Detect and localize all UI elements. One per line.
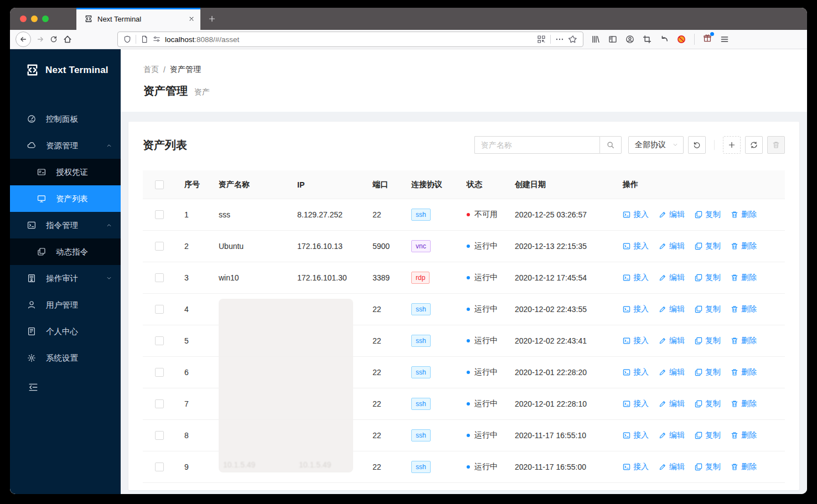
minimize-window-button[interactable] [31, 15, 38, 22]
connect-action[interactable]: 接入 [623, 367, 649, 377]
edit-action[interactable]: 编辑 [659, 304, 685, 314]
sidebar-item[interactable]: 资源管理 [10, 132, 121, 159]
tab-close-icon[interactable] [188, 15, 195, 22]
breadcrumb-home[interactable]: 首页 [143, 65, 159, 75]
delete-action[interactable]: 删除 [731, 241, 757, 251]
delete-action[interactable]: 删除 [731, 399, 757, 409]
browser-tab[interactable]: Next Terminal [76, 8, 200, 30]
shield-icon[interactable] [123, 35, 131, 43]
menu-hamburger-icon[interactable] [720, 35, 729, 44]
row-checkbox[interactable] [155, 305, 164, 314]
tab-bar: Next Terminal [10, 8, 807, 30]
edit-action[interactable]: 编辑 [659, 273, 685, 283]
sidebar-item[interactable]: 资产列表 [10, 185, 121, 212]
sidebar-item[interactable]: 控制面板 [10, 106, 121, 132]
batch-delete-button[interactable] [767, 136, 785, 154]
url-text[interactable]: localhost:8088/#/asset [165, 35, 532, 44]
copy-action[interactable]: 复制 [695, 430, 721, 440]
url-bar[interactable]: localhost:8088/#/asset [117, 32, 583, 47]
sidebar-item[interactable]: 用户管理 [10, 292, 121, 318]
row-checkbox[interactable] [155, 431, 164, 440]
sidebar-item[interactable]: 个人中心 [10, 318, 121, 345]
delete-action[interactable]: 删除 [731, 210, 757, 220]
refresh-button[interactable] [745, 136, 763, 154]
page-info-icon[interactable] [141, 35, 148, 43]
search-input[interactable] [474, 136, 599, 154]
library-icon[interactable] [591, 35, 600, 44]
qr-code-icon[interactable] [537, 35, 546, 44]
row-checkbox[interactable] [155, 368, 164, 377]
forward-button[interactable] [37, 35, 44, 43]
page-actions-icon[interactable] [555, 35, 564, 44]
reset-button[interactable] [688, 136, 706, 154]
actions-cell: 接入编辑复制删除 [614, 367, 785, 377]
edit-action[interactable]: 编辑 [659, 210, 685, 220]
search-box [474, 136, 622, 154]
copy-action[interactable]: 复制 [695, 241, 721, 251]
connect-action[interactable]: 接入 [623, 210, 649, 220]
edit-action[interactable]: 编辑 [659, 336, 685, 346]
delete-icon [731, 211, 738, 219]
copy-action[interactable]: 复制 [695, 462, 721, 472]
whats-new-button[interactable] [703, 34, 712, 45]
sidebar-collapse-button[interactable] [10, 382, 121, 394]
edit-action[interactable]: 编辑 [659, 399, 685, 409]
permissions-icon[interactable] [153, 35, 161, 43]
protocol-filter-select[interactable]: 全部协议 [628, 136, 684, 154]
row-checkbox[interactable] [155, 210, 164, 219]
copy-action[interactable]: 复制 [695, 210, 721, 220]
connect-action[interactable]: 接入 [623, 430, 649, 440]
edit-action[interactable]: 编辑 [659, 367, 685, 377]
row-checkbox[interactable] [155, 463, 164, 471]
sidebars-icon[interactable] [608, 35, 617, 44]
edit-action[interactable]: 编辑 [659, 430, 685, 440]
adblock-icon[interactable] [677, 35, 686, 44]
reload-button[interactable] [50, 35, 58, 43]
copy-action[interactable]: 复制 [695, 336, 721, 346]
delete-action[interactable]: 删除 [731, 336, 757, 346]
app-logo[interactable]: Next Terminal [10, 49, 121, 91]
copy-action[interactable]: 复制 [695, 273, 721, 283]
row-select-cell [143, 242, 175, 251]
delete-action[interactable]: 删除 [731, 430, 757, 440]
account-icon[interactable] [625, 35, 634, 44]
sidebar-item[interactable]: 操作审计 [10, 265, 121, 292]
home-button[interactable] [63, 35, 72, 44]
search-button[interactable] [599, 136, 622, 154]
edit-action[interactable]: 编辑 [659, 462, 685, 472]
row-checkbox[interactable] [155, 242, 164, 251]
connect-action[interactable]: 接入 [623, 273, 649, 283]
delete-action[interactable]: 删除 [731, 304, 757, 314]
row-checkbox[interactable] [155, 336, 164, 345]
maximize-window-button[interactable] [42, 15, 49, 22]
delete-action[interactable]: 删除 [731, 462, 757, 472]
sidebar-item[interactable]: 授权凭证 [10, 159, 121, 185]
row-checkbox[interactable] [155, 273, 164, 282]
row-checkbox[interactable] [155, 399, 164, 408]
connect-action[interactable]: 接入 [623, 336, 649, 346]
copy-action[interactable]: 复制 [695, 304, 721, 314]
copy-action[interactable]: 复制 [695, 367, 721, 377]
close-window-button[interactable] [20, 15, 27, 22]
delete-action[interactable]: 删除 [731, 367, 757, 377]
new-tab-button[interactable] [200, 8, 224, 30]
sidebar-item[interactable]: 指令管理 [10, 212, 121, 238]
connect-action[interactable]: 接入 [623, 399, 649, 409]
connect-action[interactable]: 接入 [623, 241, 649, 251]
sidebar-item[interactable]: 系统设置 [10, 345, 121, 371]
restore-undo-icon[interactable] [660, 35, 669, 44]
delete-action[interactable]: 删除 [731, 273, 757, 283]
connect-action[interactable]: 接入 [623, 462, 649, 472]
connect-action[interactable]: 接入 [623, 304, 649, 314]
select-all-checkbox[interactable] [155, 180, 164, 189]
sidebar-item-label: 操作审计 [46, 273, 78, 284]
sidebar-item[interactable]: 动态指令 [10, 238, 121, 265]
back-button[interactable] [15, 32, 31, 47]
add-asset-button[interactable] [723, 136, 741, 154]
edit-action[interactable]: 编辑 [659, 241, 685, 251]
bookmark-star-icon[interactable] [568, 35, 577, 44]
actions-cell: 接入编辑复制删除 [614, 430, 785, 440]
index-cell: 3 [175, 273, 210, 282]
screenshot-crop-icon[interactable] [643, 35, 651, 44]
copy-action[interactable]: 复制 [695, 399, 721, 409]
